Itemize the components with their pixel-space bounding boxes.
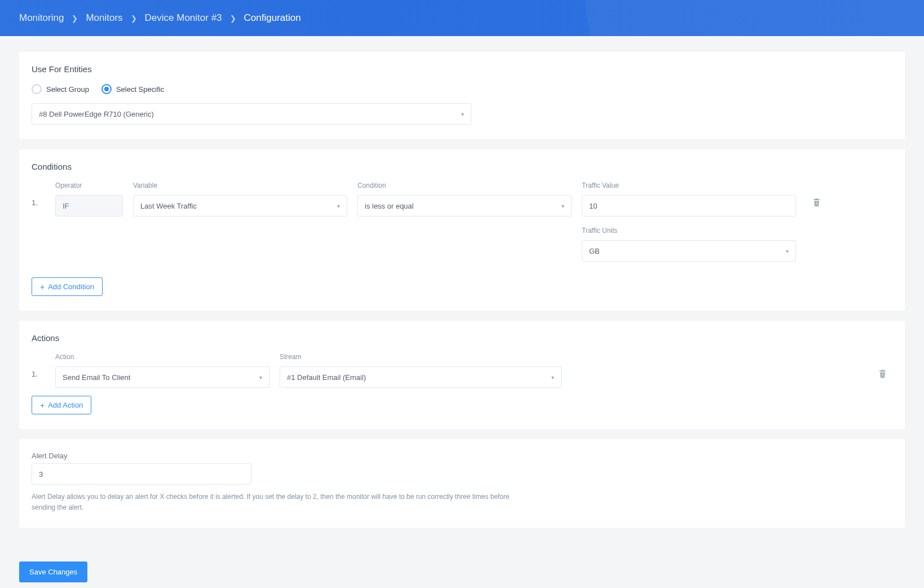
entities-title: Use For Entities bbox=[32, 64, 892, 74]
alert-delay-help: Alert Delay allows you to delay an alert… bbox=[32, 492, 528, 513]
alert-delay-label: Alert Delay bbox=[32, 452, 892, 460]
condition-select[interactable]: is less or equal ▾ bbox=[357, 195, 572, 216]
operator-col: Operator IF bbox=[55, 182, 123, 216]
action-value: Send Email To Client bbox=[63, 373, 130, 382]
radio-select-specific[interactable]: Select Specific bbox=[101, 84, 164, 94]
traffic-value-input[interactable] bbox=[582, 195, 796, 216]
chevron-right-icon: ❯ bbox=[72, 14, 78, 23]
add-condition-button[interactable]: + Add Condition bbox=[32, 277, 103, 296]
plus-icon: + bbox=[40, 283, 45, 291]
breadcrumb-device-monitor[interactable]: Device Monitor #3 bbox=[145, 12, 222, 24]
delete-action-button[interactable] bbox=[872, 353, 892, 378]
traffic-units-value: GB bbox=[589, 247, 600, 255]
variable-col: Variable Last Week Traffic ▾ bbox=[133, 182, 347, 216]
radio-label-specific: Select Specific bbox=[116, 85, 164, 94]
entities-radio-row: Select Group Select Specific bbox=[32, 84, 892, 94]
action-label: Action bbox=[55, 353, 269, 363]
chevron-down-icon: ▾ bbox=[337, 203, 340, 209]
action-row-1: 1. Action Send Email To Client ▾ Stream … bbox=[32, 353, 892, 388]
traffic-units-label: Traffic Units bbox=[582, 227, 796, 237]
chevron-down-icon: ▾ bbox=[562, 203, 564, 209]
delete-condition-button[interactable] bbox=[806, 182, 826, 207]
breadcrumb-monitoring[interactable]: Monitoring bbox=[19, 12, 64, 24]
radio-icon bbox=[32, 84, 42, 94]
traffic-value-label: Traffic Value bbox=[582, 182, 796, 192]
footer: Save Changes bbox=[0, 547, 924, 588]
save-changes-button[interactable]: Save Changes bbox=[19, 562, 87, 582]
actions-title: Actions bbox=[32, 333, 892, 343]
chevron-right-icon: ❯ bbox=[131, 14, 137, 23]
stream-col: Stream #1 Default Email (Email) ▾ bbox=[280, 353, 562, 388]
action-col: Action Send Email To Client ▾ bbox=[55, 353, 269, 388]
variable-select[interactable]: Last Week Traffic ▾ bbox=[133, 195, 347, 216]
traffic-value-col: Traffic Value Traffic Units GB ▾ bbox=[582, 182, 796, 262]
alert-delay-card: Alert Delay Alert Delay allows you to de… bbox=[19, 439, 905, 528]
trash-icon bbox=[812, 197, 821, 207]
add-action-button[interactable]: + Add Action bbox=[32, 396, 91, 414]
chevron-down-icon: ▾ bbox=[461, 111, 464, 117]
chevron-down-icon: ▾ bbox=[786, 248, 789, 254]
chevron-down-icon: ▾ bbox=[551, 374, 554, 381]
traffic-value-field[interactable] bbox=[589, 196, 789, 216]
condition-row-number: 1. bbox=[32, 182, 45, 207]
breadcrumb-monitors[interactable]: Monitors bbox=[86, 12, 122, 24]
traffic-units-block: Traffic Units GB ▾ bbox=[582, 227, 796, 262]
traffic-units-select[interactable]: GB ▾ bbox=[582, 240, 796, 262]
radio-select-group[interactable]: Select Group bbox=[32, 84, 89, 94]
variable-value: Last Week Traffic bbox=[140, 202, 197, 210]
condition-col: Condition is less or equal ▾ bbox=[357, 182, 572, 216]
stream-select[interactable]: #1 Default Email (Email) ▾ bbox=[280, 366, 562, 388]
radio-icon bbox=[101, 84, 112, 94]
add-condition-label: Add Condition bbox=[48, 282, 94, 291]
page-body: Use For Entities Select Group Select Spe… bbox=[0, 52, 924, 547]
action-select[interactable]: Send Email To Client ▾ bbox=[55, 366, 269, 388]
conditions-card: Conditions 1. Operator IF Variable Last … bbox=[19, 149, 905, 311]
breadcrumb-current: Configuration bbox=[244, 12, 301, 24]
alert-delay-field[interactable] bbox=[39, 464, 244, 484]
actions-card: Actions 1. Action Send Email To Client ▾… bbox=[19, 321, 905, 429]
alert-delay-input[interactable] bbox=[32, 463, 251, 485]
operator-field: IF bbox=[55, 195, 123, 216]
trash-icon bbox=[878, 369, 887, 378]
add-action-label: Add Action bbox=[48, 401, 83, 409]
operator-value: IF bbox=[63, 202, 69, 210]
condition-label: Condition bbox=[357, 182, 572, 192]
stream-value: #1 Default Email (Email) bbox=[287, 373, 366, 382]
entity-select-value: #8 Dell PowerEdge R710 (Generic) bbox=[39, 110, 154, 118]
condition-row-1: 1. Operator IF Variable Last Week Traffi… bbox=[32, 182, 892, 262]
chevron-down-icon: ▾ bbox=[259, 374, 262, 381]
condition-value: is less or equal bbox=[365, 202, 414, 210]
conditions-title: Conditions bbox=[32, 162, 892, 171]
chevron-right-icon: ❯ bbox=[230, 14, 236, 23]
entity-select[interactable]: #8 Dell PowerEdge R710 (Generic) ▾ bbox=[32, 103, 471, 125]
operator-label: Operator bbox=[55, 182, 123, 192]
stream-label: Stream bbox=[280, 353, 562, 363]
breadcrumb-header: Monitoring ❯ Monitors ❯ Device Monitor #… bbox=[0, 0, 924, 36]
plus-icon: + bbox=[40, 401, 45, 409]
variable-label: Variable bbox=[133, 182, 347, 192]
action-row-number: 1. bbox=[32, 353, 45, 378]
entities-card: Use For Entities Select Group Select Spe… bbox=[19, 52, 905, 139]
radio-label-group: Select Group bbox=[46, 85, 89, 94]
